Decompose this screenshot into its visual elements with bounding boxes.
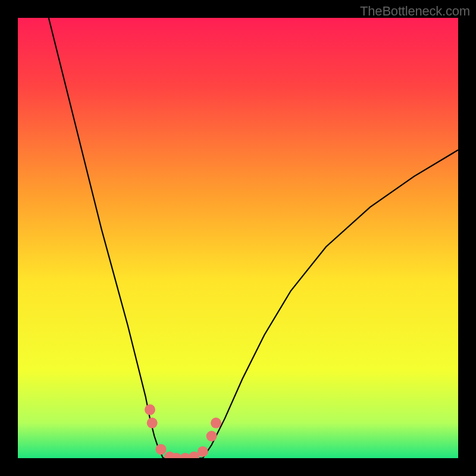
chart-frame (0, 0, 476, 476)
watermark-text: TheBottleneck.com (360, 4, 470, 19)
